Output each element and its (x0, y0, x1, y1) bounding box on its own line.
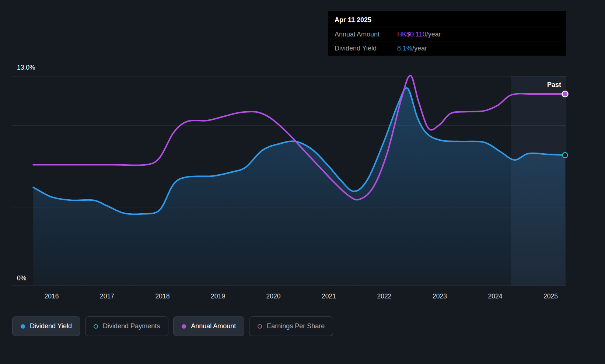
legend-label-dividend-yield: Dividend Yield (30, 322, 72, 330)
dividend-yield-area (33, 88, 565, 286)
tooltip-row-dividend-yield: Dividend Yield 8.1% /year (328, 42, 566, 56)
x-axis-tick-2023: 2023 (433, 293, 447, 300)
legend-label-dividend-payments: Dividend Payments (103, 322, 160, 330)
annual-amount-end-marker (562, 91, 568, 97)
x-axis-tick-2017: 2017 (100, 293, 114, 300)
tooltip: Apr 11 2025 Annual Amount HK$0.110 /year… (328, 11, 566, 56)
x-axis-tick-2022: 2022 (377, 293, 392, 300)
tooltip-dividend-yield-value: 8.1% (397, 45, 412, 52)
dividend-yield-end-marker (563, 153, 568, 158)
dividend-yield-dot-icon (21, 324, 25, 329)
tooltip-annual-amount-label: Annual Amount (335, 31, 397, 38)
legend-label-earnings-per-share: Earnings Per Share (267, 322, 325, 330)
tooltip-dividend-yield-suffix: /year (412, 45, 427, 52)
tooltip-dividend-yield-label: Dividend Yield (335, 45, 397, 52)
y-axis-min-label: 0% (17, 274, 26, 282)
tooltip-annual-amount-value: HK$0.110 (397, 31, 426, 38)
x-axis-tick-2019: 2019 (211, 293, 225, 300)
legend-toggle-dividend-yield[interactable]: Dividend Yield (12, 316, 80, 336)
legend-toggle-dividend-payments[interactable]: Dividend Payments (85, 316, 168, 336)
tooltip-row-annual-amount: Annual Amount HK$0.110 /year (328, 28, 566, 42)
legend-label-annual-amount: Annual Amount (191, 322, 236, 330)
y-axis-max-label: 13.0% (17, 64, 35, 71)
annual-amount-dot-icon (182, 324, 186, 329)
past-region-label: Past (547, 81, 561, 89)
legend-toggle-earnings-per-share[interactable]: Earnings Per Share (249, 316, 333, 336)
x-axis-tick-2024: 2024 (488, 293, 503, 300)
dividend-history-chart-page: 13.0% 0% Past 20162017201820192020202120… (0, 0, 605, 364)
legend-toggle-annual-amount[interactable]: Annual Amount (173, 316, 244, 336)
x-axis-tick-2020: 2020 (266, 293, 281, 300)
dividend-payments-ring-icon (94, 324, 98, 329)
x-axis: 2016201720182019202020212022202320242025 (0, 293, 605, 304)
x-axis-tick-2025: 2025 (543, 293, 558, 300)
x-axis-tick-2018: 2018 (155, 293, 170, 300)
earnings-per-share-ring-icon (258, 324, 262, 329)
x-axis-tick-2021: 2021 (322, 293, 336, 300)
legend: Dividend Yield Dividend Payments Annual … (12, 316, 333, 336)
x-axis-tick-2016: 2016 (45, 293, 59, 300)
tooltip-annual-amount-suffix: /year (426, 31, 441, 38)
tooltip-date: Apr 11 2025 (328, 11, 566, 28)
